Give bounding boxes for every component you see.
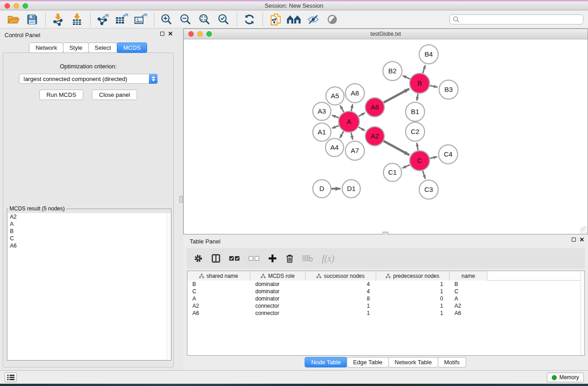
edge-B-B2[interactable] [403, 76, 410, 79]
half-circle-icon[interactable] [325, 12, 340, 27]
column-header-shared-name[interactable]: shared name [187, 271, 250, 281]
houses-icon[interactable] [287, 12, 302, 27]
node-C2[interactable]: C2 [406, 122, 425, 141]
edge-B-B3[interactable] [430, 86, 437, 87]
node-A7[interactable]: A7 [345, 141, 364, 160]
table-row[interactable]: A6connector11A6 [187, 310, 584, 317]
node-B1[interactable]: B1 [406, 102, 425, 121]
column-layout-icon[interactable] [211, 254, 220, 263]
deselect-all-icon[interactable] [249, 256, 259, 261]
scrollbar-track[interactable] [167, 213, 171, 360]
edge-A-A1[interactable] [332, 126, 339, 129]
tab-node-table[interactable]: Node Table [305, 357, 347, 367]
mcds-result-item[interactable]: A6 [8, 242, 171, 249]
node-A6[interactable]: A6 [365, 98, 384, 117]
delete-table-icon[interactable] [302, 255, 313, 262]
node-C[interactable]: C [410, 151, 430, 171]
edge-A2-C[interactable] [383, 141, 409, 155]
float-panel-icon[interactable] [572, 238, 576, 242]
zoom-out-icon[interactable] [178, 12, 193, 27]
tab-edge-table[interactable]: Edge Table [347, 357, 389, 367]
table-row[interactable]: Cdominator41C [187, 288, 584, 295]
tab-mcds[interactable]: MCDS [117, 43, 147, 53]
select-all-icon[interactable] [229, 256, 240, 261]
edge-A-A3[interactable] [332, 115, 339, 118]
node-B4[interactable]: B4 [419, 45, 438, 64]
open-session-icon[interactable] [5, 12, 21, 27]
import-table-icon[interactable] [69, 12, 85, 27]
float-panel-icon[interactable] [160, 32, 164, 36]
close-panel-button[interactable]: Close panel [92, 90, 138, 100]
table-row[interactable]: Bdominator41B [187, 281, 584, 288]
column-header-successor-nodes[interactable]: successor nodes [306, 271, 376, 281]
node-A3[interactable]: A3 [313, 102, 331, 120]
tab-style[interactable]: Style [63, 43, 89, 53]
edge-C-C2[interactable] [417, 143, 418, 151]
edge-B-B4[interactable] [423, 65, 425, 73]
zoom-fit-icon[interactable] [197, 12, 212, 27]
column-header-name[interactable]: name [449, 271, 488, 281]
edge-A-A4[interactable] [340, 131, 344, 138]
node-D1[interactable]: D1 [342, 180, 360, 198]
clone-network-icon[interactable] [268, 12, 283, 27]
zoom-selected-icon[interactable] [216, 12, 231, 27]
tab-motifs[interactable]: Motifs [438, 357, 466, 367]
node-C1[interactable]: C1 [383, 163, 402, 181]
edge-A6-B[interactable] [383, 89, 409, 102]
search-input[interactable] [460, 15, 583, 24]
slashed-eye-icon[interactable] [306, 12, 321, 27]
splitter-handle-left[interactable] [179, 196, 183, 203]
column-header-MCDS-role[interactable]: MCDS role [250, 271, 306, 281]
criterion-select[interactable]: largest connected component (directed) [19, 74, 158, 84]
node-D[interactable]: D [313, 180, 331, 198]
tab-network[interactable]: Network [29, 43, 63, 53]
mcds-result-item[interactable]: A2 [8, 213, 171, 220]
add-icon[interactable] [268, 254, 277, 263]
function-builder-icon[interactable]: f(x) [322, 253, 335, 264]
mcds-result-item[interactable]: C [8, 235, 171, 242]
node-A4[interactable]: A4 [325, 138, 344, 157]
refresh-icon[interactable] [242, 12, 257, 27]
mcds-result-item[interactable]: A [8, 220, 171, 228]
export-table-icon[interactable] [114, 12, 129, 27]
edge-A-A5[interactable] [340, 105, 344, 112]
scrollbar-track[interactable] [580, 271, 584, 355]
node-A1[interactable]: A1 [313, 123, 331, 141]
node-A5[interactable]: A5 [326, 87, 344, 105]
node-A[interactable]: A [339, 111, 359, 132]
memory-button[interactable]: Memory [547, 372, 584, 382]
edge-C-C1[interactable] [402, 165, 410, 168]
export-image-icon[interactable] [133, 12, 148, 27]
tab-select[interactable]: Select [88, 43, 117, 53]
node-B3[interactable]: B3 [439, 80, 458, 99]
edge-A-A8[interactable] [351, 104, 353, 111]
edge-C-C3[interactable] [423, 171, 425, 179]
settings-gear-icon[interactable] [194, 254, 203, 263]
mcds-result-list[interactable]: A2ABCA6 [8, 213, 171, 360]
network-canvas[interactable]: B4B2BB3A5A8A6A3B1AA1C2A2A4A7C4CC1DC3D1 [184, 39, 588, 234]
run-mcds-button[interactable]: Run MCDS [39, 90, 84, 100]
node-C4[interactable]: C4 [439, 145, 458, 164]
edge-C-C4[interactable] [430, 157, 437, 158]
tab-network-table[interactable]: Network Table [388, 357, 438, 367]
edge-B-B1[interactable] [417, 94, 418, 101]
zoom-in-icon[interactable] [159, 12, 174, 27]
edge-A-A7[interactable] [351, 133, 353, 140]
edge-A-A6[interactable] [359, 113, 365, 116]
save-session-icon[interactable] [24, 12, 40, 27]
import-network-icon[interactable] [50, 12, 66, 27]
edge-A-A2[interactable] [359, 127, 365, 131]
delete-icon[interactable] [286, 254, 294, 263]
node-B2[interactable]: B2 [383, 62, 402, 81]
node-A8[interactable]: A8 [345, 84, 364, 103]
export-network-icon[interactable] [95, 12, 110, 27]
node-C3[interactable]: C3 [419, 180, 438, 199]
resize-grip[interactable] [580, 227, 587, 234]
search-box[interactable] [449, 14, 583, 24]
mcds-result-item[interactable]: B [8, 228, 171, 235]
task-list-button[interactable] [5, 372, 17, 382]
node-A2[interactable]: A2 [365, 127, 384, 146]
node-B[interactable]: B [410, 73, 430, 93]
table-row[interactable]: Adominator80A [187, 295, 584, 302]
column-header-predecessor-nodes[interactable]: predecessor nodes [376, 271, 449, 281]
